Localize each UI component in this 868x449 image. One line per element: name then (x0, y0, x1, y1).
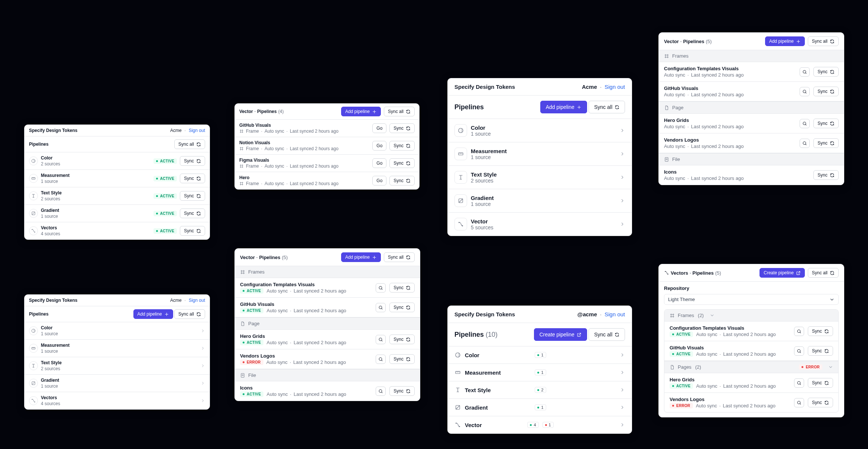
sync-button[interactable]: Sync (180, 226, 205, 236)
add-pipeline-button[interactable]: Add pipeline (540, 101, 587, 113)
sync-button[interactable]: Sync (813, 87, 839, 96)
sync-button[interactable]: Sync (808, 326, 833, 336)
sync-button[interactable]: Sync (813, 67, 839, 77)
sign-out-link[interactable]: Sign out (605, 311, 625, 317)
repository-select[interactable]: Light Theme (664, 294, 839, 305)
count-badge: 1 (535, 404, 546, 410)
go-button[interactable]: Go (372, 158, 386, 168)
sync-button[interactable]: Sync (389, 283, 415, 293)
search-button[interactable] (800, 139, 810, 148)
search-button[interactable] (794, 378, 804, 388)
sync-button[interactable]: Sync (808, 398, 833, 407)
sync-all-button[interactable]: Sync all (589, 328, 625, 341)
search-button[interactable] (376, 335, 386, 344)
search-button[interactable] (376, 355, 386, 364)
add-pipeline-button[interactable]: Add pipeline (341, 252, 381, 262)
pipeline-row[interactable]: Gradient1 (448, 399, 632, 416)
pipeline-meta: ACTIVEAuto sync·Last synced 2 hours ago (240, 308, 372, 313)
pipeline-row[interactable]: Text Style2 sources (25, 357, 210, 375)
sync-button[interactable]: Sync (389, 176, 415, 185)
search-button[interactable] (794, 346, 804, 356)
sub-header: Pipelines (10) Create pipeline Sync all (448, 323, 632, 346)
pipeline-row[interactable]: Vector5 sources (448, 213, 632, 236)
pipeline-row[interactable]: Measurement1 source (448, 142, 632, 166)
pipeline-row[interactable]: Vector41 (448, 416, 632, 433)
sync-button[interactable]: Sync (389, 123, 415, 133)
sync-all-button[interactable]: Sync all (589, 101, 625, 113)
add-pipeline-button[interactable]: Add pipeline (341, 107, 381, 116)
add-pipeline-button[interactable]: Add pipeline (765, 36, 805, 46)
sync-all-button[interactable]: Sync all (174, 309, 205, 319)
sync-button[interactable]: Sync (180, 156, 205, 166)
pipeline-row[interactable]: Vectors4 sources (25, 392, 210, 409)
sync-button[interactable]: Sync (813, 138, 839, 148)
breadcrumb: Vector·Pipelines(5) (664, 39, 712, 44)
sync-all-button[interactable]: Sync all (808, 36, 839, 46)
pipeline-row[interactable]: Color1 source (448, 119, 632, 142)
go-button[interactable]: Go (372, 176, 386, 185)
sign-out-link[interactable]: Sign out (189, 298, 205, 303)
color-icon (454, 352, 461, 358)
pipeline-row[interactable]: Text Style2 sources (448, 166, 632, 189)
sync-button[interactable]: Sync (389, 354, 415, 364)
add-pipeline-button[interactable]: Add pipeline (133, 309, 173, 319)
search-button[interactable] (376, 283, 386, 293)
sync-all-button[interactable]: Sync all (384, 107, 415, 116)
pipeline-row[interactable]: Text Style2 (448, 381, 632, 399)
pipeline-row: Hero GridsAuto sync·Last synced 2 hours … (659, 114, 844, 133)
sync-all-button[interactable]: Sync all (174, 139, 205, 149)
sync-button[interactable]: Sync (808, 346, 833, 356)
sync-button[interactable]: Sync (813, 170, 839, 180)
vector-icon (29, 396, 38, 405)
search-button[interactable] (794, 327, 804, 336)
search-button[interactable] (376, 303, 386, 312)
search-button[interactable] (794, 398, 804, 407)
sync-button[interactable]: Sync (180, 174, 205, 183)
pipeline-row[interactable]: Gradient1 source ACTIVE Sync (25, 205, 210, 222)
sync-button[interactable]: Sync (389, 141, 415, 151)
section-header-pages[interactable]: Pages(2)ERROR (664, 361, 838, 373)
create-pipeline-button[interactable]: Create pipeline (760, 268, 805, 278)
pipeline-row[interactable]: Color1 (448, 346, 632, 364)
sign-out-link[interactable]: Sign out (605, 84, 625, 90)
pipeline-meta: Frame·Auto sync·Last synced 2 hours ago (239, 164, 369, 169)
pipeline-row[interactable]: Measurement1 source ACTIVE Sync (25, 170, 210, 187)
search-button[interactable] (800, 67, 810, 77)
sync-all-button[interactable]: Sync all (384, 252, 415, 262)
sync-icon (196, 159, 201, 164)
count-badge-error: 1 (542, 422, 554, 428)
pipeline-row[interactable]: Gradient1 source (25, 375, 210, 392)
sync-button[interactable]: Sync (813, 119, 839, 128)
search-button[interactable] (800, 87, 810, 96)
sync-button[interactable]: Sync (808, 378, 833, 388)
frame-icon (239, 129, 244, 133)
search-button[interactable] (376, 387, 386, 396)
chevron-right-icon (620, 198, 625, 203)
sync-button[interactable]: Sync (389, 303, 415, 312)
sub-header: Pipelines Sync all (25, 136, 210, 152)
sync-icon (406, 178, 411, 183)
sync-button[interactable]: Sync (389, 335, 415, 344)
section-header-frames[interactable]: Frames(2) (664, 310, 838, 322)
create-pipeline-button[interactable]: Create pipeline (534, 328, 587, 341)
sign-out-link[interactable]: Sign out (189, 128, 205, 133)
org-name: Acme (582, 84, 597, 90)
search-button[interactable] (800, 119, 810, 128)
sync-button[interactable]: Sync (180, 191, 205, 201)
pipeline-row[interactable]: Color2 sources ACTIVE Sync (25, 152, 210, 170)
sync-button[interactable]: Sync (389, 386, 415, 396)
sync-button[interactable]: Sync (389, 158, 415, 168)
pipeline-sub: 1 source (41, 214, 150, 219)
pipeline-row[interactable]: Gradient1 source (448, 189, 632, 213)
pipeline-name: Measurement (41, 173, 150, 178)
search-icon (378, 305, 383, 310)
sync-all-button[interactable]: Sync all (808, 268, 839, 278)
go-button[interactable]: Go (372, 123, 386, 133)
pipeline-row[interactable]: Measurement1 (448, 364, 632, 381)
go-button[interactable]: Go (372, 141, 386, 151)
pipeline-row[interactable]: Vectors4 sources ACTIVE Sync (25, 222, 210, 239)
sync-button[interactable]: Sync (180, 209, 205, 218)
pipeline-row[interactable]: Color1 source (25, 322, 210, 340)
pipeline-row[interactable]: Text Style2 sources ACTIVE Sync (25, 187, 210, 205)
pipeline-row[interactable]: Measurement1 source (25, 340, 210, 357)
